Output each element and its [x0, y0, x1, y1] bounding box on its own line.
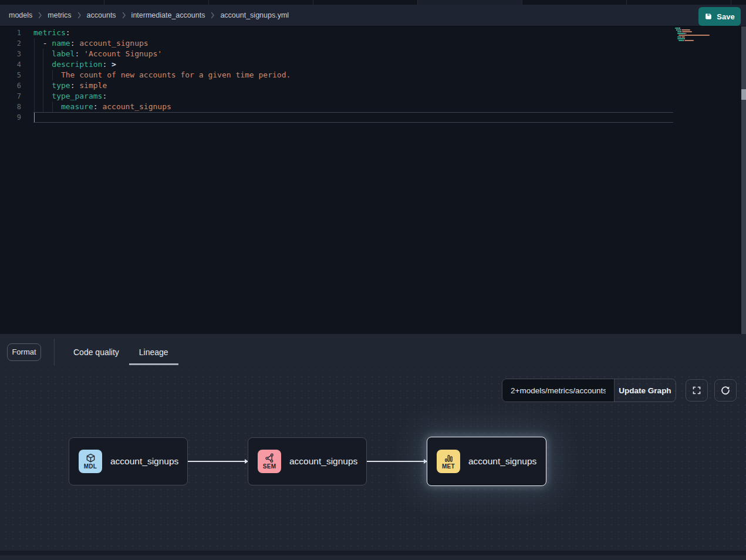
save-button[interactable]: Save [698, 7, 741, 26]
code-line-text: label: 'Account Signups' [33, 49, 162, 59]
save-icon [704, 12, 713, 21]
model-cube-icon [86, 453, 96, 463]
line-number: 5 [0, 70, 21, 80]
code-line[interactable]: 3 label: 'Account Signups' [0, 49, 740, 59]
code-line[interactable]: 6 type: simple [0, 80, 740, 91]
fullscreen-icon [691, 385, 702, 396]
file-tab-strip [0, 0, 746, 5]
file-tab-active[interactable] [418, 0, 522, 5]
refresh-button[interactable] [714, 379, 737, 402]
code-line-text: description: > [33, 59, 116, 70]
breadcrumb-chevron-icon [121, 12, 126, 19]
line-number: 7 [0, 91, 21, 102]
editor-scrollbar[interactable] [741, 26, 746, 334]
line-number: 6 [0, 80, 21, 91]
panel-tabs: Code qualityLineage [63, 334, 178, 370]
file-tab[interactable] [209, 0, 313, 5]
lineage-node-mdl[interactable]: MDLaccount_signups [69, 437, 188, 485]
file-tab[interactable] [627, 0, 731, 5]
node-type-label: MDL [84, 464, 97, 470]
code-line-text: - name: account_signups [33, 38, 148, 49]
format-button[interactable]: Format [7, 343, 41, 361]
breadcrumb-chevron-icon [210, 12, 215, 19]
line-number: 1 [0, 28, 21, 38]
node-type-label: MET [442, 464, 455, 470]
lineage-node-met-selected[interactable]: METaccount_signups [427, 437, 546, 486]
node-type-badge: MET [437, 450, 460, 473]
file-tab[interactable] [104, 0, 209, 5]
semantic-model-icon [265, 453, 275, 463]
file-tab[interactable] [313, 0, 418, 5]
breadcrumb-chevron-icon [38, 12, 42, 19]
code-line-text: metrics: [33, 28, 70, 38]
file-tab[interactable] [0, 0, 104, 5]
node-type-badge: SEM [258, 450, 281, 473]
line-number: 4 [0, 59, 21, 70]
code-line[interactable]: 4 description: > [0, 59, 740, 70]
line-number: 9 [0, 112, 21, 123]
panel-tab-code-quality[interactable]: Code quality [63, 334, 129, 370]
code-line[interactable]: 5 The count of new accounts for a given … [0, 70, 740, 80]
code-line[interactable]: 1metrics: [0, 28, 740, 38]
fullscreen-button[interactable] [686, 379, 708, 402]
breadcrumb-item[interactable]: models [9, 11, 32, 19]
breadcrumb-chevron-icon [77, 12, 82, 19]
panel-tab-bar: Format Code qualityLineage [0, 334, 746, 370]
file-tab[interactable] [731, 0, 746, 5]
lineage-selector-input[interactable] [502, 379, 614, 402]
line-number: 3 [0, 49, 21, 59]
file-tab[interactable] [522, 0, 627, 5]
refresh-icon [720, 385, 731, 396]
node-type-label: SEM [263, 464, 276, 470]
save-label: Save [717, 12, 734, 21]
code-line-text: measure: account_signups [33, 102, 171, 112]
node-type-badge: MDL [79, 450, 102, 473]
code-line[interactable]: 8 measure: account_signups [0, 102, 740, 112]
breadcrumb-item[interactable]: account_signups.yml [220, 11, 289, 19]
ide-window: modelsmetricsaccountsintermediate_accoun… [0, 0, 746, 560]
minimap[interactable] [675, 28, 711, 69]
breadcrumb: modelsmetricsaccountsintermediate_accoun… [9, 11, 289, 19]
text-cursor [34, 113, 35, 122]
node-name: account_signups [110, 456, 178, 467]
code-line-text: The count of new accounts for a given ti… [33, 70, 291, 80]
code-line[interactable]: 7 type_params: [0, 91, 740, 102]
line-number: 2 [0, 38, 21, 49]
code-line-text: type_params: [33, 91, 107, 102]
current-line-highlight [33, 112, 673, 123]
lineage-edge [188, 461, 248, 462]
breadcrumb-item[interactable]: metrics [48, 11, 71, 19]
lineage-edge [367, 461, 427, 462]
canvas-bottom-edge [0, 551, 746, 555]
breadcrumb-item[interactable]: intermediate_accounts [131, 11, 205, 19]
update-graph-button[interactable]: Update Graph [614, 379, 676, 402]
scrollbar-thumb[interactable] [741, 89, 746, 100]
node-name: account_signups [289, 456, 357, 467]
lineage-node-sem[interactable]: SEMaccount_signups [248, 437, 367, 485]
tabbar-divider [54, 339, 55, 366]
node-name: account_signups [468, 456, 536, 467]
lineage-selector-group: Update Graph [502, 379, 676, 402]
code-line[interactable]: 9 [0, 112, 740, 123]
panel-tab-lineage[interactable]: Lineage [129, 334, 178, 370]
breadcrumb-bar: modelsmetricsaccountsintermediate_accoun… [0, 5, 746, 26]
breadcrumb-item[interactable]: accounts [87, 11, 116, 19]
code-editor[interactable]: 1metrics:2 - name: account_signups3 labe… [0, 26, 746, 334]
metric-chart-icon [444, 453, 454, 463]
code-line[interactable]: 2 - name: account_signups [0, 38, 740, 49]
bottom-panel: Format Code qualityLineage Update Graph [0, 334, 746, 560]
code-line-text: type: simple [33, 80, 107, 91]
line-number: 8 [0, 102, 21, 112]
